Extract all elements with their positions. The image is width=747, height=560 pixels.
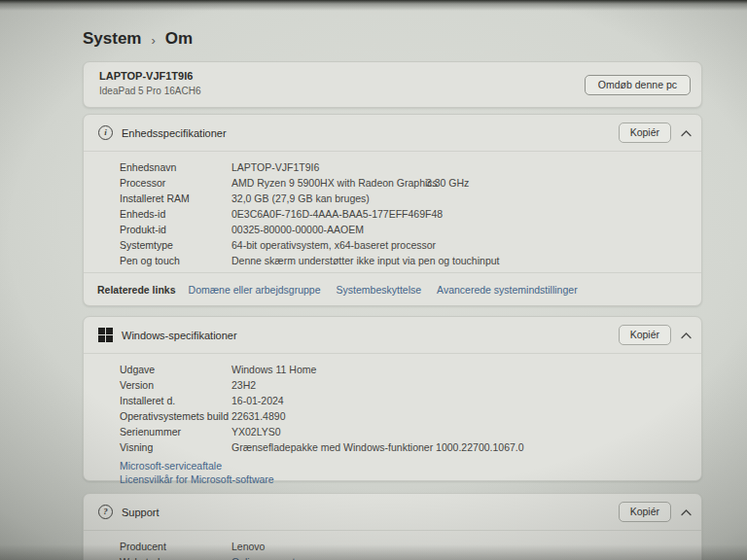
link-system-protection[interactable]: Systembeskyttelse — [337, 284, 422, 296]
support-card: ? Support Kopiér Producent Lenovo Webste… — [83, 493, 702, 560]
spec-value: YX02LYS0 — [231, 424, 281, 439]
spec-label: Pen og touch — [120, 253, 231, 268]
spec-label: Websted — [120, 554, 231, 560]
spec-label: Version — [120, 377, 231, 393]
rename-pc-button[interactable]: Omdøb denne pc — [585, 75, 691, 95]
support-title: Support — [122, 507, 160, 518]
support-rows: Producent Lenovo Websted Onlinesupport — [84, 531, 701, 560]
spec-value: 22631.4890 — [231, 408, 285, 424]
spec-value: Denne skærm understøtter ikke input via … — [231, 253, 499, 268]
spec-value: 32,0 GB (27,9 GB kan bruges) — [231, 191, 370, 206]
spec-label: Enhedsnavn — [120, 159, 231, 175]
link-advanced-system-settings[interactable]: Avancerede systemindstillinger — [437, 284, 578, 296]
related-links-label: Relaterede links — [97, 284, 176, 296]
device-model: IdeaPad 5 Pro 16ACH6 — [99, 86, 201, 96]
spec-label: Enheds-id — [120, 206, 231, 222]
question-icon: ? — [98, 505, 113, 519]
info-icon: i — [98, 125, 113, 140]
spec-row: Operativsystemets build 22631.4890 — [84, 408, 701, 424]
spec-row: Installeret d. 16-01-2024 — [84, 393, 701, 408]
spec-row: Installeret RAM 32,0 GB (27,9 GB kan bru… — [84, 191, 701, 206]
device-specs-title: Enhedsspecifikationer — [122, 127, 227, 139]
windows-specs-rows: Udgave Windows 11 Home Version 23H2 Inst… — [84, 354, 701, 455]
spec-value: Windows 11 Home — [231, 362, 316, 377]
copy-device-specs-button[interactable]: Kopiér — [619, 122, 671, 143]
chevron-up-icon[interactable] — [679, 330, 693, 341]
windows-specs-title: Windows-specifikationer — [122, 330, 237, 341]
link-online-support[interactable]: Onlinesupport — [231, 554, 295, 560]
link-microsoft-software-license[interactable]: Licensvilkår for Microsoft-software — [120, 473, 274, 485]
spec-value: 16-01-2024 — [231, 393, 284, 408]
spec-value: 64-bit operativsystem, x64-baseret proce… — [231, 237, 436, 253]
microsoft-links: Microsoft-serviceaftale Licensvilkår for… — [84, 455, 701, 486]
settings-about-page: System › Om LAPTOP-VJF1T9I6 IdeaPad 5 Pr… — [0, 0, 747, 560]
breadcrumb: System › Om — [83, 29, 193, 49]
windows-specs-card: Windows-specifikationer Kopiér Udgave Wi… — [83, 316, 702, 481]
spec-row: Pen og touch Denne skærm understøtter ik… — [84, 253, 701, 268]
related-links-row: Relaterede links Domæne eller arbejdsgru… — [84, 272, 701, 305]
spec-value: AMD Ryzen 9 5900HX with Radeon Graphics — [231, 175, 438, 191]
spec-row: Websted Onlinesupport — [84, 554, 701, 560]
device-specs-rows: Enhedsnavn LAPTOP-VJF1T9I6 Processor AMD… — [84, 152, 701, 268]
spec-row: Systemtype 64-bit operativsystem, x64-ba… — [84, 237, 701, 253]
spec-label: Systemtype — [120, 237, 231, 253]
spec-label: Serienummer — [120, 424, 231, 439]
device-specs-card: i Enhedsspecifikationer Kopiér Enhedsnav… — [83, 114, 702, 306]
spec-label: Produkt-id — [120, 222, 231, 237]
spec-row: Enhedsnavn LAPTOP-VJF1T9I6 — [84, 159, 701, 175]
link-microsoft-services-agreement[interactable]: Microsoft-serviceaftale — [120, 460, 222, 472]
chevron-up-icon[interactable] — [679, 127, 693, 139]
spec-label: Visning — [120, 439, 231, 455]
spec-row: Version 23H2 — [84, 377, 701, 393]
copy-windows-specs-button[interactable]: Kopiér — [619, 325, 671, 345]
spec-row: Visning Grænsefladepakke med Windows-fun… — [84, 439, 701, 455]
windows-specs-header[interactable]: Windows-specifikationer Kopiér — [84, 317, 701, 354]
link-domain-workgroup[interactable]: Domæne eller arbejdsgruppe — [189, 284, 321, 296]
breadcrumb-separator-icon: › — [151, 33, 155, 48]
page-title: Om — [165, 29, 193, 49]
device-name-card: LAPTOP-VJF1T9I6 IdeaPad 5 Pro 16ACH6 Omd… — [83, 61, 702, 108]
device-specs-header[interactable]: i Enhedsspecifikationer Kopiér — [84, 115, 701, 152]
windows-logo-icon — [98, 328, 113, 342]
spec-label: Installeret RAM — [120, 191, 231, 206]
spec-label: Operativsystemets build — [120, 408, 231, 424]
breadcrumb-system[interactable]: System — [83, 29, 141, 49]
spec-row: Enheds-id 0E3C6A0F-716D-4AAA-BAA5-177EFF… — [84, 206, 701, 222]
chevron-up-icon[interactable] — [679, 507, 693, 518]
spec-label: Installeret d. — [120, 393, 231, 408]
spec-value: 0E3C6A0F-716D-4AAA-BAA5-177EFF469F48 — [231, 206, 443, 222]
spec-row: Serienummer YX02LYS0 — [84, 424, 701, 439]
spec-label: Udgave — [120, 362, 231, 377]
spec-label: Producent — [120, 539, 231, 554]
copy-support-button[interactable]: Kopiér — [619, 502, 671, 522]
spec-row: Produkt-id 00325-80000-00000-AAOEM — [84, 222, 701, 237]
spec-row: Udgave Windows 11 Home — [84, 362, 701, 377]
device-name: LAPTOP-VJF1T9I6 — [99, 70, 193, 82]
spec-value: Lenovo — [231, 539, 265, 554]
spec-row: Processor AMD Ryzen 9 5900HX with Radeon… — [84, 175, 701, 191]
spec-value: LAPTOP-VJF1T9I6 — [231, 159, 319, 175]
spec-value: Grænsefladepakke med Windows-funktioner … — [231, 439, 524, 455]
spec-value: 23H2 — [231, 377, 256, 393]
spec-value: 00325-80000-00000-AAOEM — [231, 222, 364, 237]
processor-clock-speed: 3.30 GHz — [426, 175, 469, 191]
spec-label: Processor — [120, 175, 231, 191]
spec-row: Producent Lenovo — [84, 539, 701, 554]
support-header[interactable]: ? Support Kopiér — [84, 494, 701, 531]
